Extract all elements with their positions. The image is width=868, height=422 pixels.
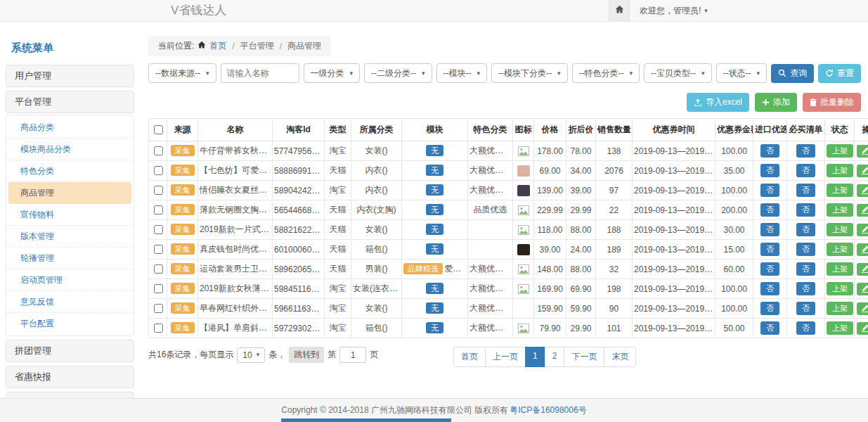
coupon-time: 2019-09-13—2019-09-20: [633, 240, 715, 260]
imported-toggle[interactable]: 否: [760, 282, 779, 295]
row-checkbox[interactable]: [154, 225, 163, 234]
filter-select[interactable]: --模块--▾: [436, 63, 488, 83]
must-buy-toggle[interactable]: 否: [796, 144, 815, 157]
row-checkbox[interactable]: [154, 186, 163, 195]
status-button[interactable]: 上架: [827, 243, 853, 255]
pager-item[interactable]: 上一页: [485, 347, 526, 367]
edit-button[interactable]: [857, 302, 868, 315]
sidebar-group[interactable]: 拼团管理: [6, 340, 134, 362]
product-type: 淘宝: [325, 299, 351, 319]
ops-cell: [855, 161, 868, 181]
imported-toggle[interactable]: 否: [760, 243, 779, 255]
import-excel-button[interactable]: 导入excel: [687, 93, 749, 112]
filter-select[interactable]: --模块下分类--▾: [491, 63, 568, 83]
must-buy-toggle[interactable]: 否: [796, 184, 815, 196]
row-checkbox[interactable]: [154, 304, 163, 313]
sidebar-item[interactable]: 启动页管理: [6, 269, 134, 291]
add-button[interactable]: 添加: [755, 93, 797, 112]
page-size-select[interactable]: 10 ▾: [237, 347, 265, 363]
edit-button[interactable]: [857, 165, 868, 177]
sidebar-group[interactable]: 省惠快报: [6, 366, 134, 388]
filter-select[interactable]: --宝贝类型--▾: [644, 63, 712, 83]
must-buy-toggle[interactable]: 否: [796, 321, 815, 334]
status-button[interactable]: 上架: [827, 302, 853, 314]
edit-button[interactable]: [857, 204, 868, 217]
pager-item[interactable]: 首页: [453, 347, 486, 367]
status-button[interactable]: 上架: [827, 203, 853, 216]
sidebar-item[interactable]: 商品管理: [8, 182, 131, 204]
status-button[interactable]: 上架: [827, 321, 853, 334]
row-checkbox[interactable]: [154, 324, 163, 333]
pager-item[interactable]: 末页: [604, 347, 636, 367]
status-button[interactable]: 上架: [827, 282, 853, 295]
name-search-input[interactable]: [221, 63, 299, 83]
row-checkbox[interactable]: [154, 245, 163, 254]
edit-button[interactable]: [857, 263, 868, 276]
must-buy-toggle[interactable]: 否: [796, 223, 815, 236]
edit-button[interactable]: [857, 283, 868, 295]
batch-delete-button[interactable]: 批量删除: [803, 93, 861, 112]
sidebar-item[interactable]: 意见反馈: [6, 291, 134, 313]
edit-button[interactable]: [857, 224, 868, 236]
row-checkbox[interactable]: [154, 284, 163, 293]
user-menu[interactable]: 欢迎您，管理员! ▾: [630, 0, 718, 21]
row-checkbox[interactable]: [154, 264, 163, 274]
breadcrumb-home-link[interactable]: 首页: [209, 40, 226, 52]
sidebar-group[interactable]: 平台管理: [6, 91, 134, 113]
filter-select[interactable]: 一级分类▾: [304, 63, 361, 83]
edit-button[interactable]: [857, 322, 868, 335]
must-buy-toggle[interactable]: 否: [796, 164, 815, 177]
column-header: 进口优选: [753, 119, 787, 141]
filter-select[interactable]: --状态--▾: [716, 63, 767, 83]
row-checkbox[interactable]: [154, 166, 163, 175]
filter-select[interactable]: --特色分类--▾: [572, 63, 640, 83]
edit-button[interactable]: [857, 145, 868, 158]
imported-toggle[interactable]: 否: [760, 144, 779, 157]
jump-page-input[interactable]: [339, 347, 366, 363]
search-button[interactable]: 查询: [771, 64, 814, 83]
must-buy-toggle[interactable]: 否: [796, 203, 815, 216]
coupon-amount: 100.00: [715, 279, 753, 299]
must-buy-toggle[interactable]: 否: [796, 282, 815, 295]
must-buy-toggle[interactable]: 否: [796, 243, 815, 255]
home-button[interactable]: [609, 0, 630, 21]
imported-toggle[interactable]: 否: [760, 262, 779, 275]
imported-toggle[interactable]: 否: [760, 184, 779, 196]
status-button[interactable]: 上架: [827, 164, 853, 177]
sidebar-item[interactable]: 模块商品分类: [6, 139, 134, 160]
status-button[interactable]: 上架: [827, 262, 853, 275]
imported-toggle[interactable]: 否: [760, 223, 779, 236]
pager-item[interactable]: 下一页: [564, 347, 604, 367]
jump-button[interactable]: 跳转到: [289, 347, 324, 363]
sidebar-item[interactable]: 版本管理: [6, 226, 134, 248]
imported-toggle[interactable]: 否: [760, 321, 779, 334]
sidebar-item[interactable]: 商品分类: [6, 117, 134, 139]
edit-button[interactable]: [857, 243, 868, 256]
row-checkbox[interactable]: [154, 205, 163, 215]
filter-select[interactable]: --二级分类--▾: [364, 63, 432, 83]
filter-select-label: --状态--: [723, 68, 751, 79]
edit-button[interactable]: [857, 184, 868, 197]
data-source-select[interactable]: --数据来源-- ▾: [148, 63, 216, 83]
select-all-checkbox[interactable]: [154, 125, 163, 134]
sidebar-item[interactable]: 轮播管理: [6, 248, 134, 269]
imported-toggle[interactable]: 否: [760, 203, 779, 216]
icp-link[interactable]: 粤ICP备16098006号: [510, 404, 586, 416]
sidebar-group[interactable]: 用户管理: [6, 65, 134, 87]
sidebar-item[interactable]: 特色分类: [6, 160, 134, 182]
sidebar-item[interactable]: 宣传物料: [6, 204, 134, 226]
status-button[interactable]: 上架: [827, 184, 853, 196]
imported-toggle[interactable]: 否: [760, 302, 779, 314]
imported-toggle[interactable]: 否: [760, 164, 779, 177]
sidebar-group[interactable]: 消息管理: [6, 392, 134, 398]
caret-down-icon: ▾: [206, 70, 209, 77]
reset-button[interactable]: 重置: [818, 64, 861, 83]
row-checkbox[interactable]: [154, 146, 163, 155]
sidebar-item[interactable]: 平台配置: [6, 313, 134, 334]
pager-item[interactable]: 1: [525, 347, 545, 367]
must-buy-toggle[interactable]: 否: [796, 302, 815, 314]
status-button[interactable]: 上架: [827, 223, 853, 236]
pager-item[interactable]: 2: [545, 347, 565, 367]
must-buy-toggle[interactable]: 否: [796, 262, 815, 275]
status-button[interactable]: 上架: [827, 144, 853, 157]
